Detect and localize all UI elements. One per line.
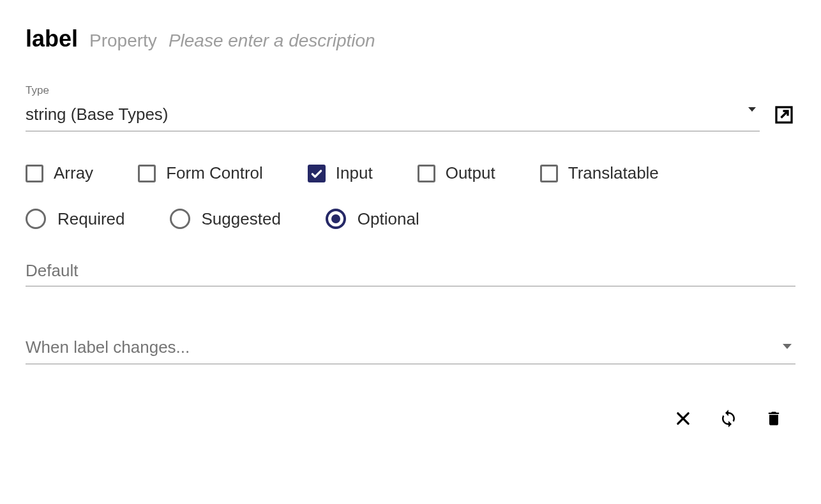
radio-icon <box>170 209 190 229</box>
property-subtitle: Property <box>89 31 157 51</box>
property-title: label <box>26 26 78 52</box>
checkbox-icon <box>138 165 156 182</box>
close-icon <box>674 410 692 427</box>
radio-optional[interactable]: Optional <box>326 209 419 229</box>
checkbox-group: Array Form Control Input Output Translat… <box>26 163 795 183</box>
radio-label: Optional <box>358 209 419 229</box>
property-header: label Property Please enter a descriptio… <box>26 26 795 52</box>
checkbox-array[interactable]: Array <box>26 163 93 183</box>
actions-toolbar <box>26 409 795 428</box>
refresh-icon <box>719 409 738 428</box>
radio-selected-icon <box>326 209 346 229</box>
radio-label: Required <box>57 209 125 229</box>
radio-icon <box>26 209 46 229</box>
checkbox-label: Output <box>446 163 495 183</box>
default-field[interactable]: Default <box>26 261 795 286</box>
checkbox-label: Input <box>336 163 373 183</box>
checkbox-label: Translatable <box>568 163 659 183</box>
type-label: Type <box>26 84 795 97</box>
checkbox-icon <box>26 165 43 182</box>
when-changes-select[interactable]: When label changes... <box>26 337 795 364</box>
checkbox-label: Array <box>54 163 93 183</box>
checkbox-input[interactable]: Input <box>308 163 373 183</box>
radio-required[interactable]: Required <box>26 209 125 229</box>
radio-label: Suggested <box>202 209 281 229</box>
delete-button[interactable] <box>765 410 783 427</box>
checkbox-checked-icon <box>308 165 326 182</box>
description-input[interactable]: Please enter a description <box>169 31 375 51</box>
delete-icon <box>765 410 783 427</box>
radio-group: Required Suggested Optional <box>26 209 795 229</box>
default-placeholder: Default <box>26 261 78 280</box>
refresh-button[interactable] <box>719 409 738 428</box>
type-select[interactable]: string (Base Types) <box>26 101 760 131</box>
open-in-new-icon[interactable] <box>772 103 795 129</box>
checkbox-icon <box>540 165 558 182</box>
when-changes-placeholder: When label changes... <box>26 337 190 357</box>
chevron-down-icon <box>748 107 756 112</box>
chevron-down-icon <box>783 344 792 349</box>
checkbox-label: Form Control <box>166 163 263 183</box>
radio-suggested[interactable]: Suggested <box>170 209 281 229</box>
type-field: Type string (Base Types) <box>26 84 795 131</box>
checkbox-output[interactable]: Output <box>418 163 495 183</box>
close-button[interactable] <box>674 410 692 427</box>
checkbox-icon <box>418 165 435 182</box>
checkbox-form-control[interactable]: Form Control <box>138 163 263 183</box>
type-select-value: string (Base Types) <box>26 101 760 131</box>
checkbox-translatable[interactable]: Translatable <box>540 163 659 183</box>
